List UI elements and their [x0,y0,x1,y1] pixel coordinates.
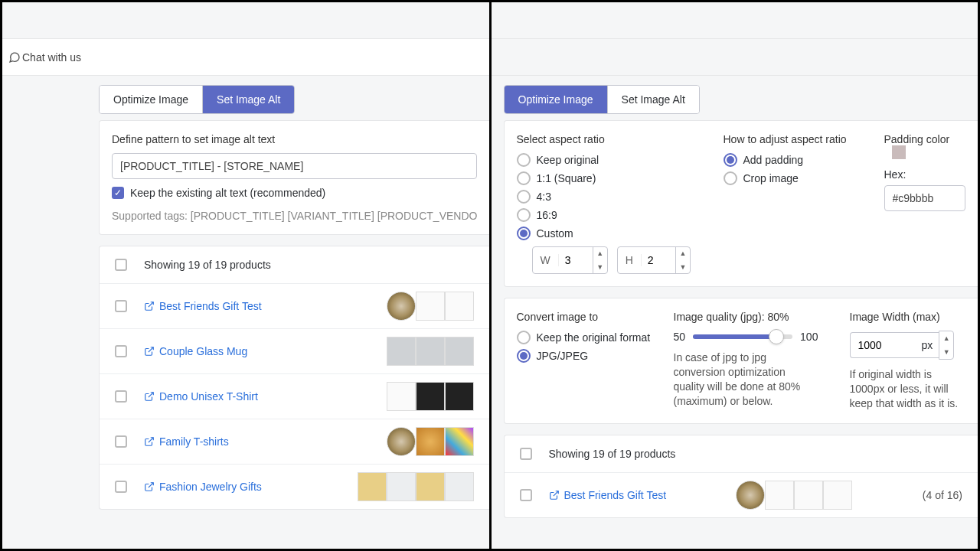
aspect-title: Select aspect ratio [517,133,701,145]
height-input[interactable]: H ▲▼ [617,246,691,274]
external-link-icon [144,301,155,311]
convert-keep-radio[interactable] [517,331,531,344]
radio-label: 16:9 [537,209,557,221]
quality-hint: In case of jpg to jpg conversion optimiz… [674,350,819,409]
svg-line-2 [149,393,153,397]
adjust-title: How to adjust aspect ratio [724,133,861,145]
quality-title: Image quality (jpg): 80% [674,311,827,323]
product-link[interactable]: Family T-shirts [144,435,229,448]
thumb-icon [387,427,416,456]
hex-label: Hex: [884,168,966,181]
thumb-icon [387,472,416,501]
radio-label: 4:3 [537,191,551,203]
svg-line-5 [553,491,557,495]
external-link-icon [549,490,560,500]
product-name: Couple Glass Mug [159,345,247,357]
stepper-up-icon[interactable]: ▲ [939,331,953,345]
aspect-4-3-radio[interactable] [517,190,531,204]
aspect-1-1-radio[interactable] [517,171,531,185]
thumb-icon [416,472,445,501]
image-count: (4 of 16) [923,489,962,501]
chat-icon [8,51,21,64]
showing-label: Showing 19 of 19 products [549,448,676,460]
svg-line-4 [149,483,153,487]
stepper-up-icon[interactable]: ▲ [593,246,607,260]
product-checkbox[interactable] [115,390,127,403]
thumb-icon [445,292,474,321]
radio-label: Keep the original format [537,331,651,344]
spacer [492,39,978,76]
radio-label: 1:1 (Square) [537,172,596,184]
product-checkbox[interactable] [115,481,127,493]
product-name: Best Friends Gift Test [159,300,262,312]
topbar [2,2,489,39]
hex-input[interactable] [884,185,966,211]
select-all-checkbox[interactable] [115,259,127,271]
radio-label: JPG/JPEG [537,350,589,362]
tab-set-image-alt[interactable]: Set Image Alt [203,86,294,113]
product-thumbs [387,427,474,456]
quality-slider[interactable]: 50 100 [674,331,827,343]
product-checkbox[interactable] [115,345,127,357]
stepper-down-icon[interactable]: ▼ [593,260,607,274]
product-thumbs [387,337,474,366]
color-swatch[interactable] [892,145,906,159]
thumb-icon [387,382,416,411]
svg-line-1 [149,347,153,352]
aspect-keep-original-radio[interactable] [517,153,531,167]
product-name: Best Friends Gift Test [564,489,667,501]
tab-optimize-image[interactable]: Optimize Image [100,86,203,113]
stepper-up-icon[interactable]: ▲ [676,246,690,260]
product-checkbox[interactable] [115,435,127,448]
product-checkbox[interactable] [520,489,532,501]
product-thumbs [387,382,474,411]
external-link-icon [144,436,155,447]
thumb-icon [765,481,794,510]
product-thumbs [736,481,852,510]
tabs: Optimize Image Set Image Alt [504,85,700,114]
thumb-icon [794,481,823,510]
product-link[interactable]: Demo Unisex T-Shirt [144,390,258,403]
tabs: Optimize Image Set Image Alt [99,85,295,114]
chat-with-us[interactable]: Chat with us [2,39,489,76]
tab-optimize-image[interactable]: Optimize Image [505,86,608,113]
svg-line-3 [149,438,153,442]
convert-card: Convert image to Keep the original forma… [504,298,978,424]
stepper-down-icon[interactable]: ▼ [939,345,953,359]
adjust-padding-radio[interactable] [724,153,737,167]
thumb-icon [358,472,387,501]
external-link-icon [144,481,155,492]
product-link[interactable]: Couple Glass Mug [144,345,247,357]
thumb-icon [823,481,852,510]
showing-label: Showing 19 of 19 products [144,259,271,271]
max-width-input[interactable]: px ▲▼ [850,331,966,360]
select-all-checkbox[interactable] [520,448,532,460]
product-link[interactable]: Best Friends Gift Test [144,300,262,312]
aspect-custom-radio[interactable] [517,227,531,240]
thumb-icon [416,337,445,366]
product-name: Fashion Jewelry Gifts [159,481,262,493]
aspect-card: Select aspect ratio Keep original 1:1 (S… [504,120,978,287]
pane-optimize-image: Optimize Image Set Image Alt Select aspe… [492,2,978,549]
alt-pattern-input[interactable] [112,153,477,179]
thumb-icon [736,481,765,510]
thumb-icon [387,292,416,321]
define-pattern-label: Define pattern to set image alt text [112,133,477,145]
product-link[interactable]: Fashion Jewelry Gifts [144,481,262,493]
aspect-16-9-radio[interactable] [517,208,531,222]
product-link[interactable]: Best Friends Gift Test [549,489,667,501]
adjust-crop-radio[interactable] [724,171,737,185]
thumb-icon [445,337,474,366]
keep-existing-checkbox[interactable] [112,187,124,199]
pane-set-image-alt: Chat with us Optimize Image Set Image Al… [2,2,492,549]
radio-label: Add padding [743,154,804,166]
tab-set-image-alt[interactable]: Set Image Alt [608,86,699,113]
product-name: Demo Unisex T-Shirt [159,390,258,403]
convert-jpg-radio[interactable] [517,349,531,363]
width-input[interactable]: W ▲▼ [532,246,608,274]
thumb-icon [445,472,474,501]
topbar [492,2,978,39]
svg-line-0 [149,302,153,307]
product-checkbox[interactable] [115,300,127,312]
stepper-down-icon[interactable]: ▼ [676,260,690,274]
